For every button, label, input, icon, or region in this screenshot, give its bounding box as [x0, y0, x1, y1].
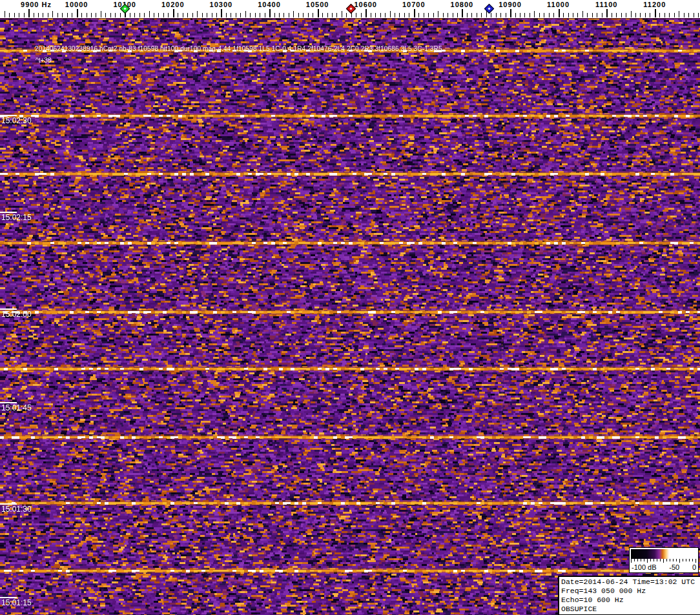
ruler-tick [577, 13, 578, 17]
ruler-tick [664, 13, 665, 17]
ruler-tick [428, 13, 429, 17]
ruler-freq-label: 10300 [210, 1, 233, 8]
ruler-tick [506, 13, 506, 17]
ruler-tick [197, 11, 198, 17]
ruler-tick [616, 13, 617, 17]
ruler-tick [216, 13, 217, 17]
ruler-tick [568, 13, 569, 17]
ruler-tick [144, 13, 145, 17]
spectrogram-window: 9900 Hz100001010010200103001040010500106… [0, 0, 700, 615]
ruler-tick [81, 13, 82, 17]
ruler-tick [115, 13, 116, 17]
ruler-tick [371, 13, 371, 17]
ruler-tick [414, 9, 415, 17]
time-label: 15:01:45 [1, 403, 32, 412]
ruler-tick [477, 13, 477, 17]
ruler-tick [674, 13, 675, 17]
ruler-tick [520, 13, 520, 17]
ruler-tick [283, 13, 284, 17]
ruler-tick [650, 13, 650, 17]
ruler-tick [467, 13, 468, 17]
ruler-tick [265, 13, 265, 17]
ruler-tick [173, 9, 174, 17]
ruler-tick [606, 9, 608, 17]
ruler-tick [289, 13, 289, 17]
ruler-freq-label: 11100 [595, 1, 617, 8]
colorbar-max-label: 0 [692, 563, 696, 571]
ruler-tick [395, 13, 395, 17]
frequency-ruler[interactable]: 9900 Hz100001010010200103001040010500106… [0, 0, 700, 18]
ruler-tick [361, 13, 362, 17]
ruler-tick [332, 13, 333, 17]
time-label: 15:02:15 [1, 213, 32, 222]
ruler-tick [318, 9, 319, 17]
ruler-tick [688, 13, 689, 17]
ruler-tick [635, 13, 636, 17]
ruler-tick [298, 13, 299, 17]
ruler-tick [587, 13, 588, 17]
ruler-tick [626, 13, 626, 17]
ruler-tick [481, 13, 482, 17]
spectrogram-canvas[interactable] [0, 18, 700, 615]
ruler-tick [486, 11, 487, 17]
ruler-freq-label: 10600 [354, 1, 377, 8]
ruler-tick [462, 9, 463, 17]
ruler-tick [28, 9, 30, 17]
color-scale-labels: -100 dB -50 0 [630, 563, 698, 571]
ruler-tick [549, 13, 550, 17]
meteor-event-annotation: 20140624130238916 hCnt2 nb-83 f10598 hit… [35, 45, 442, 52]
info-echo-freq: Echo=10 600 Hz [561, 596, 699, 605]
ruler-tick [168, 13, 169, 17]
ruler-tick [322, 13, 323, 17]
ruler-tick [14, 13, 15, 17]
ruler-tick [19, 13, 19, 17]
ruler-tick [351, 13, 352, 17]
ruler-tick [5, 11, 5, 17]
ruler-tick [443, 13, 444, 17]
ruler-tick [631, 11, 632, 17]
ruler-tick [669, 13, 670, 17]
ruler-tick [34, 13, 34, 17]
ruler-tick [385, 13, 386, 17]
ruler-tick [448, 13, 448, 17]
ruler-tick [327, 13, 328, 17]
colorbar-min-label: -100 dB [632, 563, 657, 571]
ruler-freq-label: 10700 [402, 1, 426, 8]
ruler-tick [226, 13, 227, 17]
ruler-tick [602, 13, 602, 17]
info-date-time: Date=2014-06-24 Time=13:02 UTC [561, 578, 699, 587]
ruler-tick [105, 13, 106, 17]
ruler-tick [592, 13, 593, 17]
ruler-freq-label: 10400 [258, 1, 281, 8]
ruler-tick [308, 13, 309, 17]
color-scale-ticks [631, 559, 697, 564]
marker-center-dot [488, 7, 490, 10]
ruler-tick [698, 13, 699, 17]
station-info-box: Date=2014-06-24 Time=13:02 UTC Freq=143 … [558, 576, 700, 615]
ruler-tick [260, 13, 260, 17]
ruler-tick [202, 13, 203, 17]
ruler-tick [342, 11, 342, 17]
info-station-name: OBSUPICE [561, 605, 699, 614]
ruler-tick [655, 9, 656, 17]
color-scale-legend: -100 dB -50 0 [629, 547, 699, 573]
ruler-tick [134, 13, 135, 17]
time-label: 15:01:30 [1, 505, 32, 514]
ruler-tick [453, 13, 453, 17]
ruler-tick [212, 13, 212, 17]
waterfall-display[interactable]: 20140624130238916 hCnt2 nb-83 f10598 hit… [0, 18, 700, 615]
time-label: 15:02:30 [1, 116, 32, 125]
ruler-tick [120, 13, 121, 17]
ruler-tick [43, 13, 43, 17]
ruler-tick [515, 13, 516, 17]
ruler-tick [192, 13, 193, 17]
ruler-tick [621, 13, 622, 17]
ruler-tick [553, 13, 554, 17]
ruler-tick [539, 13, 540, 17]
ruler-tick [645, 13, 646, 17]
ruler-tick [293, 11, 294, 17]
ruler-tick [110, 13, 111, 17]
ruler-tick [597, 13, 597, 17]
ruler-tick [178, 13, 178, 17]
ruler-tick [424, 13, 424, 17]
